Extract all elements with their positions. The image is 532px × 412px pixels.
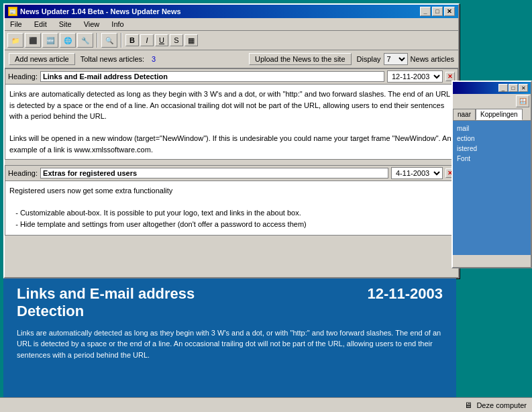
article-block-2: Heading: 4-11-2003 ✕ Registered users no… [5, 165, 458, 236]
article-block-1: Heading: 12-11-2003 ✕ Links are automati… [5, 68, 458, 160]
upload-button[interactable]: Upload the News to the site [249, 53, 352, 65]
title-bar: 📰 News Updater 1.04 Beta - News Updater … [5, 5, 458, 18]
content-area[interactable]: Heading: 12-11-2003 ✕ Links are automati… [5, 68, 458, 270]
date-select-2[interactable]: 4-11-2003 [391, 167, 443, 179]
add-news-button[interactable]: Add news article [9, 53, 75, 65]
second-maximize[interactable]: □ [509, 84, 518, 92]
side-item-istered[interactable]: istered [456, 144, 528, 154]
preview-date: 12-11-2003 [367, 285, 443, 303]
computer-icon: 🖥 [463, 400, 474, 411]
article-header-2: Heading: 4-11-2003 ✕ [5, 166, 458, 181]
display-label: Display [357, 55, 381, 63]
title-bar-left: 📰 News Updater 1.04 Beta - News Updater … [8, 7, 181, 16]
menu-view[interactable]: View [81, 19, 103, 29]
toolbar-separator [97, 33, 98, 48]
second-minimize[interactable]: _ [498, 84, 508, 92]
main-window: 📰 News Updater 1.04 Beta - News Updater … [3, 3, 460, 278]
display-section: Display 7 5 10 News articles [357, 53, 454, 65]
refresh-button[interactable]: 🔍 [101, 33, 117, 48]
article-close-1[interactable]: ✕ [445, 72, 455, 81]
strikethrough-button[interactable]: S [170, 34, 183, 46]
browse-button[interactable]: 🌐 [60, 33, 76, 48]
menu-info[interactable]: Info [109, 19, 126, 29]
article-body-1: Links are automatically detected as long… [5, 85, 458, 159]
menu-file[interactable]: File [7, 19, 25, 29]
nav-tab-naar[interactable]: naar [453, 109, 476, 120]
stop-button[interactable]: ⬛ [25, 33, 41, 48]
format-btn5[interactable]: ▦ [184, 34, 198, 46]
minimize-button[interactable]: _ [420, 7, 431, 16]
underline-button[interactable]: U [155, 34, 168, 46]
total-value: 3 [152, 55, 156, 63]
main-toolbar: 📁 ⬛ 🆕 🌐 🔧 🔍 B I U S ▦ [5, 31, 458, 50]
new-button[interactable]: 🆕 [42, 33, 58, 48]
status-label: Deze computer [476, 401, 527, 409]
windows-logo: 🪟 [516, 95, 529, 107]
maximize-button[interactable]: □ [432, 7, 443, 16]
news-articles-label: News articles [411, 55, 454, 63]
nav-tabs: naar Koppelingen [453, 109, 531, 121]
nav-tab-koppelingen[interactable]: Koppelingen [476, 109, 523, 120]
close-button[interactable]: ✕ [444, 7, 455, 16]
preview-area: Links and E-mail address Detection 12-11… [3, 278, 456, 409]
heading-input-2[interactable] [40, 168, 388, 178]
preview-body: Links are automatically detected as long… [3, 327, 456, 361]
menu-bar: File Edit Site View Info [5, 18, 458, 31]
date-select-1[interactable]: 12-11-2003 [387, 70, 443, 83]
second-window: _ □ ✕ 🪟 naar Koppelingen mail ection ist… [451, 81, 532, 268]
open-button[interactable]: 📁 [7, 33, 23, 48]
second-title-controls: _ □ ✕ [498, 84, 528, 92]
side-item-mail[interactable]: mail [456, 123, 528, 134]
bold-button[interactable]: B [125, 34, 139, 46]
app-title: News Updater 1.04 Beta - News Updater Ne… [20, 7, 181, 15]
side-content: mail ection istered Font [453, 121, 531, 255]
menu-site[interactable]: Site [56, 19, 74, 29]
heading-input-1[interactable] [40, 71, 384, 82]
article-header-1: Heading: 12-11-2003 ✕ [5, 69, 458, 85]
second-title-bar: _ □ ✕ [453, 82, 531, 94]
heading-label-1: Heading: [8, 72, 38, 81]
preview-header: Links and E-mail address Detection 12-11… [3, 278, 456, 327]
settings-button[interactable]: 🔧 [77, 33, 93, 48]
side-item-ection[interactable]: ection [456, 134, 528, 144]
menu-edit[interactable]: Edit [32, 19, 50, 29]
status-bar: 🖥 Deze computer [0, 397, 532, 412]
side-item-font[interactable]: Font [456, 154, 528, 164]
app-icon: 📰 [8, 7, 17, 16]
display-select[interactable]: 7 5 10 [384, 53, 408, 65]
title-bar-controls: _ □ ✕ [420, 7, 455, 16]
heading-label-2: Heading: [8, 169, 38, 177]
toolbar-separator2 [121, 33, 122, 48]
second-toolbar: 🪟 [453, 94, 531, 109]
preview-title: Links and E-mail address Detection [17, 285, 258, 321]
total-label: Toltal news articles: [81, 55, 144, 63]
second-close[interactable]: ✕ [519, 84, 528, 92]
status-item: 🖥 Deze computer [463, 400, 527, 411]
action-bar: Add news article Toltal news articles: 3… [5, 50, 458, 68]
italic-button[interactable]: I [140, 34, 154, 46]
article-body-2: Registered users now get some extra func… [5, 181, 458, 235]
